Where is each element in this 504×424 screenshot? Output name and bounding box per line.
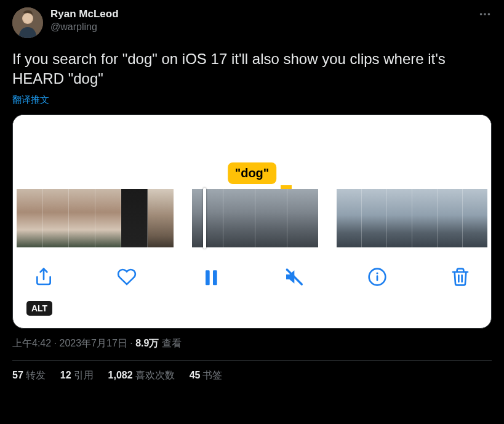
tweet-text: If you search for "dog" on iOS 17 it'll … — [12, 49, 492, 89]
svg-point-4 — [488, 13, 490, 15]
tweet-time[interactable]: 上午4:42 — [12, 338, 51, 348]
quotes-stat[interactable]: 12引用 — [60, 369, 94, 382]
svg-point-11 — [376, 272, 378, 274]
user-info: Ryan McLeod @warpling — [50, 7, 119, 34]
translate-link[interactable]: 翻译推文 — [12, 94, 49, 106]
clip-thumbnail — [287, 189, 319, 247]
info-button[interactable] — [365, 265, 390, 289]
clip-group-2[interactable] — [192, 189, 319, 247]
clip-thumbnail — [337, 189, 362, 247]
clip-group-3[interactable] — [337, 189, 487, 247]
svg-rect-6 — [206, 270, 210, 285]
mute-button[interactable] — [281, 265, 306, 289]
tweet-header: Ryan McLeod @warpling — [12, 7, 492, 38]
like-button[interactable] — [114, 265, 139, 289]
media-toolbar — [13, 247, 491, 289]
avatar[interactable] — [12, 7, 43, 38]
svg-rect-7 — [213, 270, 217, 285]
clip-timeline[interactable] — [13, 189, 491, 247]
clip-thumbnail — [438, 189, 463, 247]
tweet-stats: 57转发 12引用 1,082喜欢次数 45书签 — [12, 369, 492, 382]
clip-thumbnail — [95, 189, 122, 247]
bookmarks-stat[interactable]: 45书签 — [190, 369, 223, 382]
clip-group-1[interactable] — [17, 189, 174, 247]
media-preview-area: "dog" — [13, 115, 491, 189]
view-count: 8.9万 — [135, 338, 159, 348]
clip-thumbnail — [362, 189, 387, 247]
clip-thumbnail — [121, 189, 148, 247]
divider — [12, 360, 492, 361]
clip-thumbnail — [43, 189, 70, 247]
clip-thumbnail — [463, 189, 487, 247]
svg-point-3 — [484, 13, 486, 15]
share-button[interactable] — [31, 265, 56, 289]
clip-thumbnail — [255, 189, 287, 247]
view-label: 查看 — [159, 338, 181, 348]
pause-button[interactable] — [198, 265, 223, 289]
alt-badge[interactable]: ALT — [26, 301, 52, 316]
clip-thumbnail — [192, 189, 224, 247]
media-attachment[interactable]: "dog" — [12, 114, 492, 329]
tweet-container: Ryan McLeod @warpling If you search for … — [0, 0, 504, 382]
clip-thumbnail — [412, 189, 438, 247]
clip-thumbnail — [223, 189, 255, 247]
search-term-tag: "dog" — [228, 162, 277, 184]
clip-thumbnail — [69, 189, 95, 247]
clip-thumbnail — [387, 189, 412, 247]
retweets-stat[interactable]: 57转发 — [12, 369, 46, 382]
delete-button[interactable] — [448, 265, 473, 289]
playhead[interactable] — [203, 188, 206, 249]
clip-thumbnail — [17, 189, 43, 247]
svg-point-2 — [480, 13, 482, 15]
tweet-meta: 上午4:42 · 2023年7月17日 · 8.9万 查看 — [12, 337, 492, 350]
more-options-button[interactable] — [478, 7, 492, 24]
user-handle[interactable]: @warpling — [50, 21, 119, 34]
tweet-date[interactable]: 2023年7月17日 — [59, 338, 127, 348]
display-name[interactable]: Ryan McLeod — [50, 7, 119, 21]
clip-thumbnail — [148, 189, 174, 247]
likes-stat[interactable]: 1,082喜欢次数 — [108, 369, 175, 382]
